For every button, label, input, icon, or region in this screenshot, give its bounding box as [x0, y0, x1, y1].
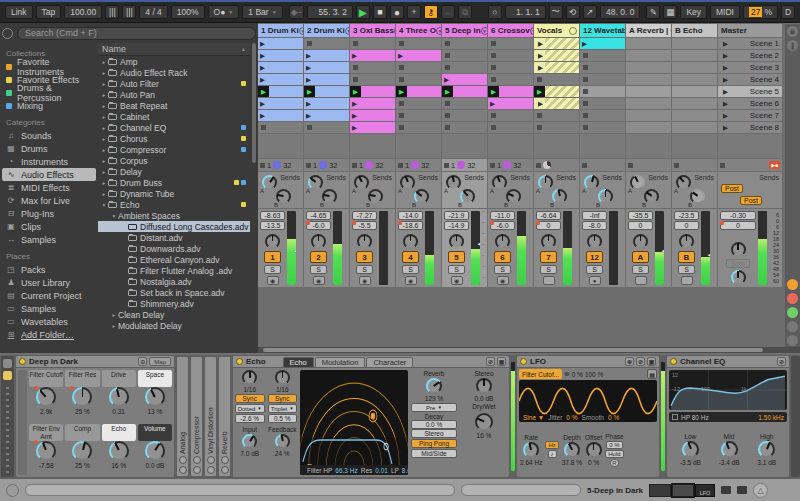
- echo-pre-post-menu[interactable]: Pre▼: [411, 403, 457, 412]
- clip-play-icon[interactable]: ▶: [260, 40, 265, 48]
- pan-knob[interactable]: [679, 234, 694, 249]
- expand-caret-icon[interactable]: ▸: [100, 136, 108, 142]
- clip-stop-icon[interactable]: [583, 77, 588, 82]
- clip-stop-icon[interactable]: [399, 65, 404, 70]
- browser-row-compressor[interactable]: ▸Compressor: [98, 144, 250, 155]
- track-menu-icon[interactable]: ▾: [299, 27, 303, 35]
- track-header[interactable]: A Reverb | C: [626, 24, 671, 37]
- peak-level-field[interactable]: -Inf: [582, 211, 607, 220]
- volume-field[interactable]: -8.0: [582, 221, 607, 230]
- solo-button[interactable]: S: [632, 265, 649, 274]
- scene-play-icon[interactable]: ▶: [723, 100, 728, 108]
- track-header[interactable]: B Echo: [672, 24, 717, 37]
- sends-toggle-icon[interactable]: [787, 279, 798, 290]
- rack-chain-strip[interactable]: [18, 370, 27, 475]
- eq-mid-freq-value[interactable]: 1.50 kHz: [758, 414, 784, 421]
- macro-value[interactable]: -7.58: [39, 462, 54, 469]
- volume-field[interactable]: -14.9: [444, 221, 469, 230]
- scene-slot[interactable]: ▶Scene 7: [718, 110, 782, 121]
- peak-level-field[interactable]: -14.0: [398, 211, 423, 220]
- clip-slot-clip[interactable]: ▶: [580, 38, 625, 49]
- clip-slot-blank[interactable]: [626, 110, 671, 121]
- track-activator-button[interactable]: 1: [264, 251, 281, 263]
- clip-slot-stop[interactable]: [442, 122, 487, 133]
- scene-play-icon[interactable]: ▶: [723, 64, 728, 72]
- clip-slot-clip[interactable]: ▶: [304, 62, 349, 73]
- clip-stop-icon[interactable]: [261, 125, 266, 130]
- draw-mode-icon[interactable]: ✎: [646, 5, 660, 19]
- collapsed-device-compressor[interactable]: Compressor: [190, 356, 203, 477]
- clip-play-icon[interactable]: ▶: [538, 52, 543, 60]
- lfo-map-max[interactable]: 100 %: [585, 371, 603, 378]
- fader-handle-icon[interactable]: ◂: [293, 247, 296, 255]
- macro-knob[interactable]: [36, 387, 56, 407]
- capture-midi-button[interactable]: ⚷: [424, 5, 438, 19]
- clip-play-icon[interactable]: ▶: [538, 40, 543, 48]
- sidebar-item-clips[interactable]: ▣Clips: [2, 220, 96, 233]
- expand-caret-icon[interactable]: ▸: [100, 125, 108, 131]
- unmap-icon[interactable]: ⊗: [564, 370, 569, 378]
- save-icon[interactable]: [207, 466, 215, 474]
- collapsed-device-analog[interactable]: Analog: [176, 356, 189, 477]
- master-solo-button[interactable]: Solo: [726, 259, 750, 268]
- echo-left-sync-button[interactable]: Sync: [235, 394, 265, 403]
- track-stop-button[interactable]: [536, 163, 541, 168]
- lfo-sync-button[interactable]: ♪: [548, 450, 557, 458]
- lfo-retrigger-button[interactable]: R: [610, 459, 619, 467]
- clip-slot-stop[interactable]: [258, 122, 303, 133]
- clip-stop-icon[interactable]: [583, 65, 588, 70]
- solo-button[interactable]: S: [402, 265, 419, 274]
- pan-knob[interactable]: [403, 234, 418, 249]
- collapsed-device-vinyl-distortion[interactable]: Vinyl Distortion: [204, 356, 217, 477]
- clip-stop-icon[interactable]: [583, 101, 588, 106]
- arm-button[interactable]: ◉: [267, 276, 279, 285]
- send-a-knob[interactable]: [676, 175, 691, 190]
- arm-button[interactable]: ●: [589, 276, 601, 285]
- session-horizontal-scrollbar[interactable]: [258, 347, 800, 353]
- clip-stop-icon[interactable]: [353, 65, 358, 70]
- eq-mid-knob[interactable]: [721, 441, 738, 458]
- clip-stop-icon[interactable]: [537, 125, 542, 130]
- browser-row-shimmery-adv[interactable]: Shimmery.adv: [98, 298, 250, 309]
- solo-button[interactable]: S: [540, 265, 557, 274]
- macro-knob[interactable]: [145, 441, 165, 461]
- master-send-a-post-button[interactable]: Post: [721, 184, 743, 193]
- eq-knob-value[interactable]: -3.4 dB: [719, 459, 740, 466]
- echo-right-sync-button[interactable]: Sync: [268, 394, 298, 403]
- collection-favorite-instruments[interactable]: Favorite Instruments: [2, 60, 96, 73]
- lfo-offset-knob[interactable]: [586, 442, 602, 458]
- scene-slot[interactable]: ▶Scene 8: [718, 122, 782, 133]
- browser-scrollbar[interactable]: [252, 43, 256, 163]
- io-section-toggle-icon[interactable]: ∥: [787, 40, 798, 51]
- arm-button[interactable]: [543, 276, 555, 285]
- volume-field[interactable]: -6.0: [306, 221, 331, 230]
- sidebar-item-drums[interactable]: ▦Drums: [2, 142, 96, 155]
- info-view-toggle-icon[interactable]: [6, 484, 19, 497]
- echo-mode-stereo-button[interactable]: Stereo: [411, 429, 457, 438]
- solo-button[interactable]: S: [310, 265, 327, 274]
- macro-name[interactable]: Volume: [138, 424, 172, 441]
- volume-field[interactable]: 0: [674, 221, 699, 230]
- clip-stop-icon[interactable]: [537, 113, 542, 118]
- peak-level-field[interactable]: -8.63: [260, 211, 285, 220]
- clip-slot-blank[interactable]: [672, 62, 717, 73]
- hot-swap-icon[interactable]: ⊘: [777, 357, 786, 366]
- track-stop-button[interactable]: [398, 163, 403, 168]
- browser-row-diffused-long-cascades-adv[interactable]: Diffused Long Cascades.adv: [98, 221, 250, 232]
- echo-left-offset-field[interactable]: -2.6 %: [235, 414, 265, 423]
- echo-output-value[interactable]: 0.0 dB: [475, 395, 494, 402]
- nudge-up-icon[interactable]: |||: [122, 5, 136, 19]
- play-button[interactable]: ▶: [356, 5, 370, 19]
- browser-row-beat-repeat[interactable]: ▸Beat Repeat: [98, 100, 250, 111]
- macro-name[interactable]: Filter Env Amt: [29, 424, 63, 441]
- save-icon[interactable]: [179, 466, 187, 474]
- browser-row-distant-adv[interactable]: Distant.adv: [98, 232, 250, 243]
- overdub-icon[interactable]: ⧉: [458, 5, 472, 19]
- key-map-button[interactable]: Key: [680, 5, 707, 19]
- collection-drums-percussion[interactable]: Drums & Percussion: [2, 86, 96, 99]
- clip-stop-icon[interactable]: [445, 53, 450, 58]
- io-out-value[interactable]: 32: [421, 161, 429, 170]
- follow-icon[interactable]: ◆–: [289, 5, 304, 19]
- clip-playing-button[interactable]: ▶: [442, 86, 453, 97]
- clip-stop-icon[interactable]: [445, 125, 450, 130]
